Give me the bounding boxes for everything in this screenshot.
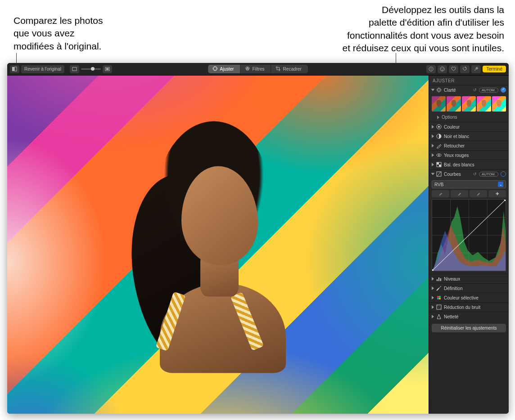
light-preset-1[interactable] bbox=[432, 96, 446, 112]
panel-sharpen[interactable]: Netteté bbox=[429, 312, 509, 321]
annotation-right-text: Développez les outils dans la palette d'… bbox=[342, 4, 504, 53]
curves-icon bbox=[436, 171, 442, 177]
reset-mini-icon[interactable]: ↺ bbox=[473, 88, 477, 92]
selcolor-icon bbox=[436, 295, 442, 300]
chevron-right-icon bbox=[432, 296, 434, 299]
panel-light[interactable]: Clarté ↺ AUTOM. bbox=[429, 85, 509, 94]
photo-canvas[interactable] bbox=[7, 76, 429, 414]
light-options-row[interactable]: Options bbox=[429, 113, 509, 122]
sharpen-icon bbox=[436, 314, 442, 319]
tab-filters[interactable]: Filtres bbox=[240, 65, 271, 73]
reset-all-label: Réinitialiser les ajustements bbox=[441, 326, 497, 331]
faces-button[interactable] bbox=[438, 65, 447, 73]
eyedropper-black[interactable] bbox=[432, 190, 449, 197]
zoom-out-icon[interactable] bbox=[70, 65, 79, 73]
panel-redeye-label: Yeux rouges bbox=[444, 153, 506, 158]
zoom-in-icon[interactable] bbox=[103, 65, 112, 73]
edit-mode-tabs: Ajuster Filtres Recadrer bbox=[208, 65, 308, 73]
reset-all-button[interactable]: Réinitialiser les ajustements bbox=[432, 324, 506, 332]
light-preset-5[interactable] bbox=[492, 96, 506, 112]
svg-point-11 bbox=[440, 67, 444, 71]
curves-eyedrop-row: ✚ bbox=[432, 190, 506, 197]
svg-rect-4 bbox=[106, 68, 109, 70]
svg-rect-22 bbox=[439, 165, 441, 167]
panel-levels-label: Niveaux bbox=[444, 277, 506, 281]
panel-color-label: Couleur bbox=[444, 125, 506, 130]
svg-rect-40 bbox=[437, 305, 441, 309]
levels-icon bbox=[436, 276, 442, 281]
chevron-right-icon bbox=[432, 134, 434, 138]
sidebar-header: AJUSTER bbox=[429, 76, 509, 85]
eyedropper-white[interactable] bbox=[470, 190, 487, 197]
revert-button[interactable]: Revenir à l'original bbox=[21, 65, 64, 73]
select-arrows-icon: ⌄ bbox=[498, 182, 503, 187]
tab-crop[interactable]: Recadrer bbox=[271, 65, 308, 73]
svg-rect-33 bbox=[437, 279, 438, 281]
annotation-left: Comparez les photos que vous avez modifi… bbox=[14, 14, 149, 53]
svg-rect-0 bbox=[12, 67, 14, 71]
rotate-button[interactable] bbox=[460, 65, 470, 73]
curves-channel-select[interactable]: RVB ⌄ bbox=[432, 180, 506, 188]
done-label: Terminé bbox=[486, 67, 502, 71]
svg-text:i: i bbox=[431, 67, 432, 71]
light-thumb-strip[interactable] bbox=[429, 94, 509, 113]
done-button[interactable]: Terminé bbox=[483, 66, 506, 72]
panel-noise[interactable]: Réduction du bruit bbox=[429, 302, 509, 312]
add-point-button[interactable]: ✚ bbox=[488, 190, 506, 197]
panel-curves-toggle[interactable] bbox=[501, 171, 506, 177]
panel-retouch[interactable]: Retoucher bbox=[429, 141, 509, 150]
curves-body: RVB ⌄ ✚ bbox=[429, 179, 509, 274]
panel-redeye[interactable]: Yeux rouges bbox=[429, 150, 509, 160]
svg-point-19 bbox=[438, 155, 440, 156]
svg-point-39 bbox=[439, 298, 441, 299]
favorite-button[interactable] bbox=[449, 65, 458, 73]
content-area: AJUSTER Clarté ↺ AUTOM. bbox=[7, 76, 509, 414]
curves-histogram[interactable] bbox=[432, 199, 506, 271]
svg-point-37 bbox=[439, 296, 441, 298]
auto-button-curves[interactable]: AUTOM. bbox=[479, 172, 498, 177]
filters-icon bbox=[245, 66, 250, 72]
panel-bw[interactable]: Noir et blanc bbox=[429, 131, 509, 141]
chevron-down-icon bbox=[431, 89, 435, 91]
crop-icon bbox=[276, 66, 281, 72]
chevron-right-icon bbox=[432, 277, 434, 281]
svg-point-43 bbox=[438, 307, 438, 308]
curves-reset-icon[interactable]: ↺ bbox=[473, 172, 477, 176]
panel-wb[interactable]: Bal. des blancs bbox=[429, 160, 509, 169]
auto-button-light[interactable]: AUTOM. bbox=[479, 88, 498, 93]
tab-filters-label: Filtres bbox=[252, 67, 264, 71]
zoom-slider[interactable] bbox=[81, 68, 101, 70]
panel-wb-label: Bal. des blancs bbox=[444, 162, 506, 167]
svg-point-12 bbox=[441, 68, 442, 69]
tab-adjust[interactable]: Ajuster bbox=[208, 65, 240, 73]
light-preset-4[interactable] bbox=[477, 96, 491, 112]
adjust-sidebar: AJUSTER Clarté ↺ AUTOM. bbox=[429, 76, 509, 414]
annotation-area: Comparez les photos que vous avez modifi… bbox=[0, 0, 515, 63]
panel-definition[interactable]: Définition bbox=[429, 283, 509, 293]
light-preset-2[interactable] bbox=[447, 96, 461, 112]
svg-rect-21 bbox=[437, 162, 439, 165]
svg-rect-1 bbox=[15, 67, 17, 71]
info-button[interactable]: i bbox=[426, 65, 436, 73]
panel-selcolor[interactable]: Couleur sélective bbox=[429, 293, 509, 302]
adjust-icon bbox=[212, 66, 217, 72]
enhance-button[interactable] bbox=[471, 65, 481, 73]
chevron-right-icon bbox=[432, 125, 434, 129]
eyedropper-gray[interactable] bbox=[451, 190, 468, 197]
svg-point-13 bbox=[443, 68, 443, 69]
panel-curves[interactable]: Courbes ↺ AUTOM. bbox=[429, 169, 509, 179]
chevron-right-icon bbox=[432, 153, 434, 157]
curves-channel-label: RVB bbox=[434, 182, 443, 187]
light-preset-3[interactable] bbox=[462, 96, 476, 112]
panel-color[interactable]: Couleur bbox=[429, 122, 509, 131]
chevron-right-icon bbox=[432, 305, 434, 309]
light-options-label: Options bbox=[442, 115, 457, 120]
panel-retouch-label: Retoucher bbox=[444, 143, 506, 148]
photos-edit-window: Revenir à l'original Ajuster Filtres bbox=[7, 63, 509, 414]
panel-light-toggle[interactable] bbox=[501, 87, 506, 93]
wb-icon bbox=[436, 162, 442, 167]
svg-point-41 bbox=[437, 305, 438, 306]
panel-levels[interactable]: Niveaux bbox=[429, 274, 509, 283]
svg-point-36 bbox=[437, 296, 439, 298]
compare-button[interactable] bbox=[10, 65, 19, 73]
